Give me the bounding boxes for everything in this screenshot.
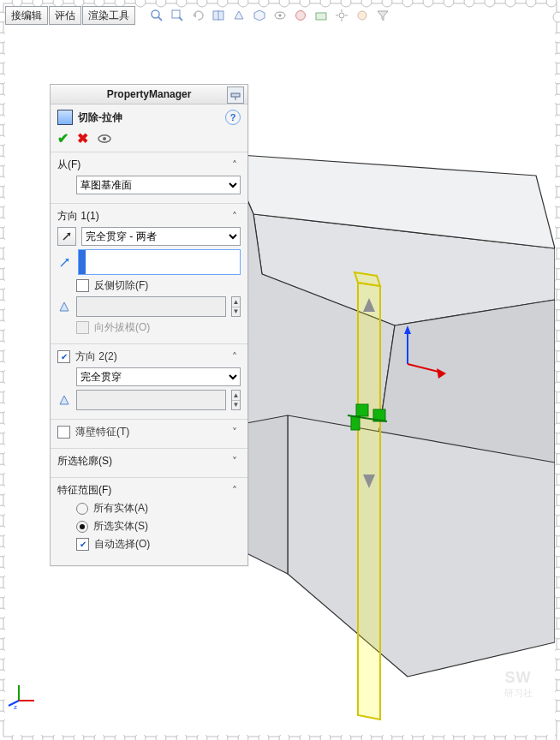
svg-point-134 — [296, 11, 306, 21]
help-button[interactable]: ? — [225, 110, 241, 125]
chevron-down-icon: ˅ — [229, 427, 241, 439]
preview-toggle[interactable] — [97, 131, 112, 146]
svg-marker-148 — [358, 283, 380, 719]
tab-evaluate[interactable]: 评估 — [49, 6, 81, 25]
scope-auto-label: 自动选择(O) — [94, 537, 150, 552]
svg-point-133 — [278, 14, 281, 16]
draft-icon — [57, 392, 71, 408]
dir1-draft-input — [76, 296, 226, 317]
reverse-direction-button[interactable] — [57, 227, 76, 246]
thin-feature-label: 薄壁特征(T) — [75, 425, 129, 439]
section-thin-header[interactable]: 薄壁特征(T) ˅ — [57, 425, 241, 439]
dir2-draft-spinner: ▲▼ — [231, 390, 241, 410]
settings-icon[interactable] — [334, 8, 349, 23]
filter-icon[interactable] — [375, 8, 390, 23]
direction-arrow-icon — [57, 254, 73, 270]
svg-rect-158 — [351, 416, 360, 430]
dir2-draft-input — [76, 390, 226, 410]
scope-all-radio[interactable]: 所有实体(A) — [76, 501, 148, 516]
appearance-icon[interactable] — [293, 8, 308, 23]
svg-rect-164 — [231, 93, 240, 97]
section-contours-header[interactable]: 所选轮廓(S) ˅ — [57, 454, 241, 468]
svg-point-167 — [103, 137, 106, 140]
cancel-button[interactable]: ✖ — [77, 130, 88, 146]
svg-point-141 — [358, 11, 366, 20]
ok-button[interactable]: ✔ — [57, 130, 69, 146]
svg-rect-135 — [316, 13, 326, 20]
scope-selected-radio[interactable]: 所选实体(S) — [76, 519, 148, 534]
section-from-header[interactable]: 从(F) ˄ — [57, 158, 241, 172]
scope-all-label: 所有实体(A) — [93, 501, 148, 516]
chevron-up-icon: ˄ — [229, 351, 241, 363]
display-style-icon[interactable] — [231, 8, 247, 23]
tab-direct-edit[interactable]: 接编辑 — [5, 6, 48, 25]
chevron-up-icon: ˄ — [229, 485, 241, 497]
pm-title-text: PropertyManager — [107, 88, 192, 100]
svg-rect-156 — [356, 404, 368, 416]
mini-axes-triad: z — [14, 680, 39, 706]
tab-render-tools[interactable]: 渲染工具 — [82, 6, 135, 25]
svg-line-127 — [179, 17, 182, 21]
chevron-up-icon: ˄ — [229, 211, 241, 223]
watermark-logo: SW 研习社 — [488, 654, 548, 714]
scope-selected-label: 所选实体(S) — [93, 519, 148, 534]
section-dir1-header[interactable]: 方向 1(1) ˄ — [57, 209, 241, 224]
zoom-fit-icon[interactable] — [149, 8, 164, 23]
scene-icon[interactable] — [313, 8, 329, 23]
zoom-area-icon[interactable] — [170, 8, 185, 23]
chevron-down-icon: ˅ — [229, 456, 241, 468]
svg-line-125 — [158, 17, 162, 21]
app-stage: 接编辑 评估 渲染工具 — [0, 0, 560, 740]
dir2-endcondition-select[interactable]: 完全贯穿 — [76, 367, 241, 386]
chevron-up-icon: ˄ — [229, 159, 241, 171]
watermark-line1: SW — [505, 669, 532, 687]
section-dir1-label: 方向 1(1) — [57, 209, 99, 224]
dir1-draft-spinner: ▲▼ — [231, 296, 241, 317]
draft-outward-checkbox: 向外拔模(O) — [76, 320, 150, 335]
hide-show-icon[interactable] — [272, 8, 288, 23]
section-dir2-label: 方向 2(2) — [75, 349, 117, 364]
draft-outward-label: 向外拔模(O) — [94, 320, 150, 335]
thin-feature-checkbox[interactable]: 薄壁特征(T) — [57, 425, 129, 439]
orient-icon[interactable] — [252, 8, 267, 23]
section-from-label: 从(F) — [57, 158, 80, 172]
dir1-vector-select[interactable] — [78, 249, 241, 275]
scope-auto-checkbox[interactable]: ✔ 自动选择(O) — [76, 537, 150, 552]
property-manager-panel: PropertyManager 切除-拉伸 ? ✔ ✖ 从(F) ˄ — [50, 84, 248, 566]
svg-text:z: z — [14, 703, 17, 711]
svg-point-124 — [152, 10, 159, 18]
watermark-line2: 研习社 — [504, 687, 533, 700]
section-dir2-header[interactable]: ✔ 方向 2(2) ˄ — [57, 349, 241, 364]
selected-contours-label: 所选轮廓(S) — [57, 454, 112, 468]
draft-icon — [57, 299, 71, 314]
flip-side-checkbox[interactable]: 反侧切除(F) — [76, 278, 148, 293]
svg-marker-131 — [235, 11, 243, 19]
feature-scope-label: 特征范围(F) — [57, 483, 111, 498]
svg-point-136 — [339, 13, 344, 18]
feature-title: 切除-拉伸 — [78, 110, 122, 125]
prev-view-icon[interactable] — [190, 8, 206, 23]
feature-icon — [57, 110, 73, 125]
top-toolbar: 接编辑 评估 渲染工具 — [5, 5, 555, 26]
flip-side-label: 反侧切除(F) — [94, 278, 148, 293]
from-condition-select[interactable]: 草图基准面 — [76, 176, 241, 194]
svg-rect-126 — [172, 10, 180, 18]
pm-titlebar: PropertyManager — [51, 85, 247, 104]
dir2-enable-checkbox[interactable]: ✔ 方向 2(2) — [57, 349, 117, 364]
section-view-icon[interactable] — [211, 8, 226, 23]
render-icon[interactable] — [354, 8, 370, 23]
pm-pin-button[interactable] — [227, 87, 244, 104]
section-scope-header[interactable]: 特征范围(F) ˄ — [57, 483, 241, 498]
dir1-endcondition-select[interactable]: 完全贯穿 - 两者 — [81, 227, 241, 246]
